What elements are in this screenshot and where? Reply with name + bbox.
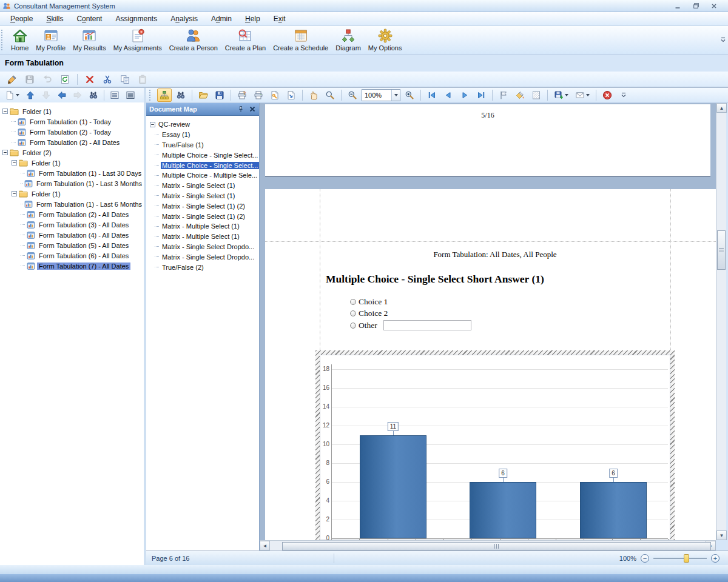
maximize-button[interactable] xyxy=(690,2,701,10)
report-send-email-button[interactable] xyxy=(573,89,592,102)
menu-admin[interactable]: Admin xyxy=(204,13,238,25)
radio-button[interactable] xyxy=(350,299,356,305)
cut-button[interactable] xyxy=(100,73,115,86)
move-down-button[interactable] xyxy=(39,89,53,102)
tree-folder[interactable]: Folder (1) xyxy=(0,158,144,168)
tree-report-item[interactable]: Form Tabulation (6) - All Dates xyxy=(0,250,144,261)
report-first-page-button[interactable] xyxy=(425,89,439,102)
refresh-button[interactable] xyxy=(58,73,72,86)
toolbar-create-a-schedule[interactable]: Create a Schedule xyxy=(269,26,332,54)
tree-folder[interactable]: Folder (2) xyxy=(0,147,144,158)
report-open-button[interactable] xyxy=(196,89,211,102)
chart-selection-frame[interactable]: 0246810121416181166 xyxy=(315,350,675,540)
docmap-item[interactable]: Matrix - Single Select (1) xyxy=(146,191,259,201)
tree-folder[interactable]: Folder (1) xyxy=(0,106,144,116)
minimize-button[interactable] xyxy=(672,2,683,10)
docmap-item[interactable]: Multiple Choice - Single Select... xyxy=(146,160,259,170)
undo-button[interactable] xyxy=(40,73,55,86)
scroll-up-button[interactable]: ▲ xyxy=(716,103,727,113)
zoom-slider-thumb[interactable] xyxy=(684,554,689,563)
copy-button[interactable] xyxy=(118,73,132,86)
pin-icon[interactable] xyxy=(237,105,244,113)
menu-skills[interactable]: Skills xyxy=(39,13,70,25)
edit-button[interactable] xyxy=(5,73,19,86)
close-button[interactable] xyxy=(709,2,720,10)
delete-button[interactable] xyxy=(83,73,97,86)
report-search-button[interactable] xyxy=(174,89,188,102)
other-text-input[interactable] xyxy=(383,320,471,330)
docmap-item[interactable]: Matrix - Single Select (1) (2) xyxy=(146,211,259,221)
report-print-options-button[interactable]: ? xyxy=(235,89,249,102)
tree-report-item[interactable]: Form Tabulation (2) - Today xyxy=(0,127,144,137)
tree-report-item[interactable]: Form Tabulation (1) - Last 30 Days xyxy=(0,168,144,178)
save-button[interactable] xyxy=(22,73,37,86)
report-multipage-button[interactable] xyxy=(496,89,511,102)
docmap-item[interactable]: True/False (1) xyxy=(146,140,259,150)
docmap-item[interactable]: Matrix - Single Select (1) xyxy=(146,181,259,191)
report-zoom-in-button[interactable] xyxy=(402,89,417,102)
report-last-page-button[interactable] xyxy=(474,89,488,102)
toolbar-my-assignments[interactable]: My Assignments xyxy=(110,26,166,54)
report-export-button[interactable] xyxy=(551,89,571,102)
docmap-item[interactable]: QC-review xyxy=(146,119,259,130)
zoom-in-button[interactable]: + xyxy=(711,554,720,563)
report-zoom-out-button[interactable] xyxy=(345,89,360,102)
tree-report-item[interactable]: Form Tabulation (1) - Last 6 Months xyxy=(0,199,144,209)
move-up-button[interactable] xyxy=(23,89,38,102)
menu-people[interactable]: People xyxy=(4,13,39,25)
close-icon[interactable] xyxy=(249,105,256,113)
tree-report-item[interactable]: Form Tabulation (1) - Today xyxy=(0,116,144,127)
radio-button[interactable] xyxy=(350,310,356,316)
tree-report-item[interactable]: Form Tabulation (1) - Last 3 Months xyxy=(0,178,144,189)
vertical-scrollbar[interactable]: ▲ ▼ xyxy=(716,103,726,540)
docmap-item[interactable]: Matrix - Multiple Select (1) xyxy=(146,221,259,232)
scroll-down-button[interactable]: ▼ xyxy=(716,530,727,540)
docmap-item[interactable]: Matrix - Single Select (1) (2) xyxy=(146,201,259,211)
horizontal-scroll-thumb[interactable] xyxy=(282,542,711,550)
detail-view-button[interactable] xyxy=(123,89,138,102)
docmap-item[interactable]: Matrix - Single Select Dropdo... xyxy=(146,252,259,262)
horizontal-scrollbar[interactable]: ◄ ► xyxy=(260,540,716,550)
tree-report-item[interactable]: Form Tabulation (3) - All Dates xyxy=(0,219,144,230)
docmap-item[interactable]: Multiple Choice - Single Select... xyxy=(146,150,259,160)
report-document-map-button[interactable] xyxy=(157,89,172,102)
move-right-button[interactable] xyxy=(70,89,85,102)
tree-report-item[interactable]: Form Tabulation (4) - All Dates xyxy=(0,230,144,240)
toolbar-create-a-person[interactable]: Create a Person xyxy=(166,26,221,54)
docmap-item[interactable]: Matrix - Single Select Dropdo... xyxy=(146,242,259,252)
report-next-page-button[interactable] xyxy=(457,89,472,102)
report-zoom-tool-button[interactable] xyxy=(323,89,337,102)
find-button[interactable] xyxy=(86,89,101,102)
report-save-button[interactable] xyxy=(212,89,227,102)
docmap-item[interactable]: Essay (1) xyxy=(146,130,259,140)
menu-help[interactable]: Help xyxy=(238,13,267,25)
new-item-button[interactable] xyxy=(2,89,22,102)
report-hand-tool-button[interactable] xyxy=(306,89,321,102)
report-edit-page-button[interactable] xyxy=(529,89,544,102)
menu-analysis[interactable]: Analysis xyxy=(164,13,204,25)
tree-report-item[interactable]: Form Tabulation (2) - All Dates xyxy=(0,209,144,219)
tree-report-item[interactable]: Form Tabulation (7) - All Dates xyxy=(0,261,144,271)
menu-exit[interactable]: Exit xyxy=(267,13,292,25)
toolbar-create-a-plan[interactable]: Create a Plan xyxy=(221,26,269,54)
tree-report-item[interactable]: Form Tabulation (5) - All Dates xyxy=(0,240,144,250)
zoom-out-button[interactable]: − xyxy=(641,554,649,563)
report-stop-button[interactable] xyxy=(600,89,615,102)
report-scale-button[interactable] xyxy=(284,89,298,102)
toolbar-home[interactable]: Home xyxy=(7,26,32,54)
report-page-setup-button[interactable] xyxy=(268,89,282,102)
tree-folder[interactable]: Folder (1) xyxy=(0,189,144,199)
docmap-item[interactable]: Matrix - Multiple Select (1) xyxy=(146,232,259,242)
list-view-button[interactable] xyxy=(107,89,122,102)
tree-report-item[interactable]: Form Tabulation (2) - All Dates xyxy=(0,137,144,147)
scroll-left-button[interactable]: ◄ xyxy=(260,541,270,550)
radio-button[interactable] xyxy=(350,323,356,329)
zoom-combo-dropdown[interactable] xyxy=(391,90,400,101)
menu-assignments[interactable]: Assignments xyxy=(109,13,164,25)
docmap-item[interactable]: True/False (2) xyxy=(146,262,259,272)
toolbar-my-options[interactable]: My Options xyxy=(365,26,406,54)
report-watermark-button[interactable] xyxy=(513,89,527,102)
toolbar-my-profile[interactable]: My Profile xyxy=(32,26,69,54)
paste-button[interactable] xyxy=(135,73,150,86)
toolbar-overflow-button[interactable] xyxy=(720,26,728,54)
